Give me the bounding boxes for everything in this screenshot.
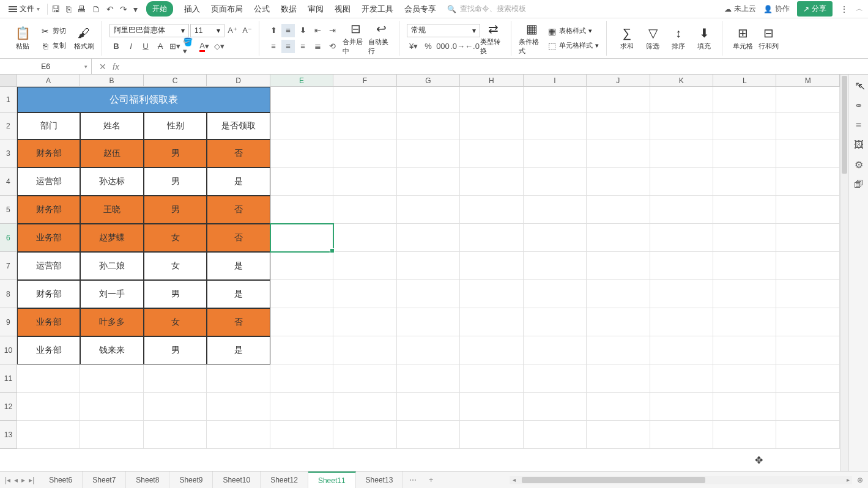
cell-G1[interactable] <box>397 87 460 113</box>
cell-M11[interactable] <box>776 364 839 393</box>
cell-K10[interactable] <box>650 336 713 364</box>
sum-button[interactable]: ∑求和 <box>614 26 640 51</box>
cell-F10[interactable] <box>333 336 396 364</box>
cell-M13[interactable] <box>776 421 839 449</box>
bold-button[interactable]: B <box>109 40 123 53</box>
cell-G11[interactable] <box>397 364 460 393</box>
cell-C12[interactable] <box>144 393 207 421</box>
percent-button[interactable]: % <box>421 40 435 53</box>
scroll-thumb[interactable] <box>842 76 847 174</box>
row-header-3[interactable]: 3 <box>0 139 17 168</box>
collapse-ribbon-icon[interactable]: ︿ <box>856 4 863 14</box>
cell-L7[interactable] <box>713 252 776 280</box>
add-sheet-button[interactable]: + <box>423 476 439 484</box>
cell-D12[interactable] <box>207 393 270 421</box>
cell-K1[interactable] <box>650 87 713 113</box>
cell-E10[interactable] <box>270 336 333 364</box>
cell-G5[interactable] <box>397 196 460 224</box>
cell-H3[interactable] <box>460 139 523 168</box>
increase-font-button[interactable]: A⁺ <box>226 24 239 37</box>
comma-button[interactable]: 000 <box>436 40 450 53</box>
table-style-button[interactable]: ▦表格样式▾ <box>544 25 601 37</box>
cell-L12[interactable] <box>713 393 776 421</box>
cell-C2[interactable]: 性别 <box>144 113 207 139</box>
cell-F5[interactable] <box>333 196 396 224</box>
cell-E5[interactable] <box>270 196 333 224</box>
cell-L5[interactable] <box>713 196 776 224</box>
cell-F4[interactable] <box>333 168 396 196</box>
sheet-tab-Sheet8[interactable]: Sheet8 <box>126 471 169 489</box>
sheet-tab-Sheet11[interactable]: Sheet11 <box>308 471 356 489</box>
tab-page-layout[interactable]: 页面布局 <box>211 4 243 15</box>
tab-view[interactable]: 视图 <box>335 4 351 15</box>
font-name-select[interactable]: 阿里巴巴普惠体▾ <box>109 24 189 37</box>
row-header-11[interactable]: 11 <box>0 364 17 393</box>
cell-C5[interactable]: 男 <box>144 196 207 224</box>
col-header-L[interactable]: L <box>713 75 776 87</box>
undo-icon[interactable]: ↶ <box>106 4 114 14</box>
collab-button[interactable]: 👤 协作 <box>763 4 790 14</box>
decrease-indent-button[interactable]: ⇤ <box>311 24 324 37</box>
format-painter-button[interactable]: 🖌 格式刷 <box>71 26 97 51</box>
cell-L3[interactable] <box>713 139 776 168</box>
save-icon[interactable]: 🖫 <box>51 4 60 14</box>
tab-start[interactable]: 开始 <box>146 1 173 17</box>
cell-H13[interactable] <box>460 421 523 449</box>
cell-I10[interactable] <box>524 336 587 364</box>
rowcol-button[interactable]: ⊟行和列 <box>755 26 781 51</box>
cell-M12[interactable] <box>776 393 839 421</box>
cell-G12[interactable] <box>397 393 460 421</box>
cell-C8[interactable]: 男 <box>144 280 207 308</box>
col-header-D[interactable]: D <box>207 75 270 87</box>
cell-J3[interactable] <box>587 139 650 168</box>
cell-J11[interactable] <box>587 364 650 393</box>
cell-M4[interactable] <box>776 168 839 196</box>
align-top-button[interactable]: ⬆ <box>267 24 280 37</box>
row-header-9[interactable]: 9 <box>0 308 17 336</box>
row-header-7[interactable]: 7 <box>0 252 17 280</box>
cell-E3[interactable] <box>270 139 333 168</box>
row-header-12[interactable]: 12 <box>0 393 17 421</box>
cell-E11[interactable] <box>270 364 333 393</box>
filter-button[interactable]: ▽筛选 <box>640 26 666 51</box>
cell-H12[interactable] <box>460 393 523 421</box>
cell-H8[interactable] <box>460 280 523 308</box>
cell-J5[interactable] <box>587 196 650 224</box>
cell-E8[interactable] <box>270 280 333 308</box>
row-header-6[interactable]: 6 <box>0 224 17 252</box>
cell-D10[interactable]: 是 <box>207 336 270 364</box>
cell-F2[interactable] <box>333 113 396 139</box>
cell-A4[interactable]: 运营部 <box>17 168 80 196</box>
cell-B3[interactable]: 赵伍 <box>80 139 143 168</box>
cut-button[interactable]: ✂剪切 <box>38 25 69 37</box>
paste-button[interactable]: 📋 粘贴 <box>10 26 35 51</box>
cloud-status[interactable]: ☁ 未上云 <box>724 4 756 14</box>
align-center-button[interactable]: ≡ <box>281 40 295 53</box>
sheet-tab-Sheet13[interactable]: Sheet13 <box>356 471 404 489</box>
cell-I2[interactable] <box>524 113 587 139</box>
cell-G9[interactable] <box>397 308 460 336</box>
cell-I13[interactable] <box>524 421 587 449</box>
font-color-button[interactable]: A▾ <box>198 40 211 53</box>
cell-L13[interactable] <box>713 421 776 449</box>
cell-A5[interactable]: 财务部 <box>17 196 80 224</box>
border-button[interactable]: ⊞▾ <box>168 40 182 53</box>
cell-D2[interactable]: 是否领取 <box>207 113 270 139</box>
underline-button[interactable]: U <box>139 40 152 53</box>
cell-J12[interactable] <box>587 393 650 421</box>
cell-D7[interactable]: 是 <box>207 252 270 280</box>
increase-decimal-button[interactable]: .0→ <box>451 40 464 53</box>
scroll-right-icon[interactable]: ▸ <box>844 476 852 483</box>
cell-L11[interactable] <box>713 364 776 393</box>
col-header-C[interactable]: C <box>144 75 207 87</box>
align-middle-button[interactable]: ≡ <box>281 24 295 37</box>
align-left-button[interactable]: ≡ <box>267 40 280 53</box>
cell-M1[interactable] <box>776 87 839 113</box>
cell-K12[interactable] <box>650 393 713 421</box>
tab-review[interactable]: 审阅 <box>308 4 324 15</box>
cell-C13[interactable] <box>144 421 207 449</box>
cell-K8[interactable] <box>650 280 713 308</box>
cell-D11[interactable] <box>207 364 270 393</box>
print-icon[interactable]: 🖶 <box>77 4 86 14</box>
more-menu-icon[interactable]: ⋮ <box>840 4 848 14</box>
